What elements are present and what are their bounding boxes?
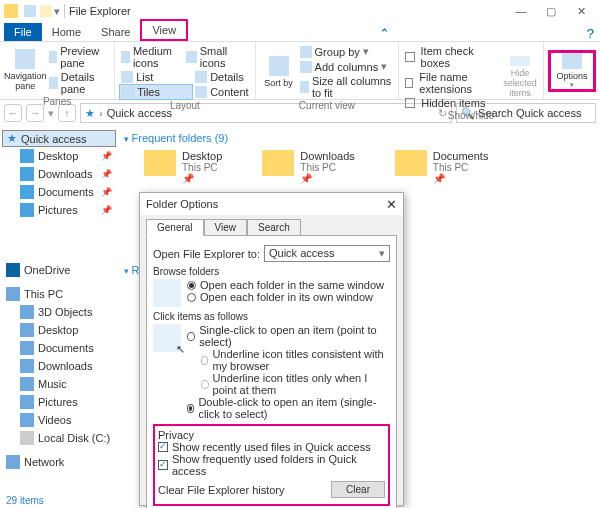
- sidebar-desktop[interactable]: Desktop📌: [2, 147, 116, 165]
- sidebar-this-pc[interactable]: This PC: [2, 285, 116, 303]
- details-pane-button[interactable]: Details pane: [47, 70, 111, 96]
- ribbon-group-options: Options▾: [544, 42, 600, 99]
- star-icon: ★: [7, 132, 17, 145]
- quick-access-icon: ★: [85, 107, 95, 120]
- ribbon-tabs: File Home Share View ⌃ ?: [0, 22, 600, 42]
- pin-icon: 📌: [101, 151, 112, 161]
- dialog-tab-view[interactable]: View: [204, 219, 248, 236]
- minimize-button[interactable]: —: [506, 5, 536, 18]
- section-frequent[interactable]: Frequent folders (9): [124, 132, 594, 144]
- sidebar-quick-access[interactable]: ★Quick access: [2, 130, 116, 147]
- sidebar-documents[interactable]: Documents📌: [2, 183, 116, 201]
- hide-selected-button[interactable]: Hide selected items: [501, 56, 539, 98]
- folder-icon: [144, 150, 176, 176]
- sidebar: ★Quick access Desktop📌 Downloads📌 Docume…: [0, 126, 118, 486]
- folder-icon: [262, 150, 294, 176]
- maximize-button[interactable]: ▢: [536, 5, 566, 18]
- radio-own-window[interactable]: Open each folder in its own window: [187, 291, 384, 303]
- radio-single-click[interactable]: Single-click to open an item (point to s…: [187, 324, 390, 348]
- qat-new-icon[interactable]: [40, 5, 52, 17]
- browse-folders-label: Browse folders: [153, 266, 390, 277]
- sidebar-onedrive[interactable]: OneDrive: [2, 261, 116, 279]
- close-button[interactable]: ✕: [566, 5, 596, 18]
- group-by-button[interactable]: Group by▾: [298, 44, 395, 59]
- privacy-group: Privacy Show recently used files in Quic…: [153, 424, 390, 506]
- breadcrumb-sep: ›: [99, 107, 103, 119]
- dialog-tab-general[interactable]: General: [146, 219, 204, 236]
- cursor-icon: ↖: [176, 343, 185, 356]
- tab-home[interactable]: Home: [42, 23, 91, 41]
- tab-share[interactable]: Share: [91, 23, 140, 41]
- folder-options-dialog: Folder Options ✕ General View Search Ope…: [139, 192, 404, 506]
- add-columns-button[interactable]: Add columns▾: [298, 59, 395, 74]
- radio-underline-browser: Underline icon titles consistent with my…: [187, 348, 390, 372]
- folder-downloads[interactable]: DownloadsThis PC📌: [262, 150, 354, 184]
- pin-icon: 📌: [182, 173, 222, 184]
- ribbon-group-panes: Navigation pane Preview pane Details pan…: [0, 42, 115, 99]
- window-title: File Explorer: [69, 5, 131, 17]
- clear-history-label: Clear File Explorer history: [158, 484, 285, 496]
- dialog-title: Folder Options: [146, 198, 218, 210]
- navigation-pane-button[interactable]: Navigation pane: [4, 49, 47, 91]
- radio-double-click[interactable]: Double-click to open an item (single-cli…: [187, 396, 390, 420]
- item-checkboxes-toggle[interactable]: Item check boxes: [403, 44, 501, 70]
- recent-locations-icon[interactable]: ▾: [48, 107, 54, 120]
- title-bar: ▾ File Explorer — ▢ ✕: [0, 0, 600, 22]
- tab-view[interactable]: View: [140, 19, 188, 41]
- open-explorer-label: Open File Explorer to:: [153, 248, 260, 260]
- radio-underline-point: Underline icon titles only when I point …: [187, 372, 390, 396]
- ribbon-group-layout: Medium iconsSmall icons ListDetails Tile…: [115, 42, 256, 99]
- folder-documents[interactable]: DocumentsThis PC📌: [395, 150, 489, 184]
- collapse-ribbon-icon[interactable]: ⌃: [379, 26, 396, 41]
- explorer-icon: [4, 4, 18, 18]
- dialog-tab-search[interactable]: Search: [247, 219, 301, 236]
- ribbon-group-currentview: Sort by Group by▾ Add columns▾ Size all …: [256, 42, 400, 99]
- size-columns-button[interactable]: Size all columns to fit: [298, 74, 395, 100]
- dialog-close-button[interactable]: ✕: [386, 197, 397, 212]
- help-icon[interactable]: ?: [587, 26, 600, 41]
- preview-pane-button[interactable]: Preview pane: [47, 44, 111, 70]
- check-recent-files[interactable]: Show recently used files in Quick access: [158, 441, 385, 453]
- clear-button[interactable]: Clear: [331, 481, 385, 498]
- browse-icon: [153, 279, 181, 307]
- sidebar-network[interactable]: Network: [2, 453, 116, 471]
- click-icon: ↖: [153, 324, 181, 352]
- folder-desktop[interactable]: DesktopThis PC📌: [144, 150, 222, 184]
- status-bar: 29 items: [6, 495, 44, 506]
- sort-by-button[interactable]: Sort by: [260, 51, 298, 93]
- dialog-title-bar: Folder Options ✕: [140, 193, 403, 215]
- tab-file[interactable]: File: [4, 23, 42, 41]
- layout-tiles[interactable]: Tiles: [119, 84, 193, 100]
- sidebar-pictures[interactable]: Pictures📌: [2, 201, 116, 219]
- qat-dropdown-icon[interactable]: ▾: [54, 5, 60, 18]
- hidden-items-toggle[interactable]: Hidden items: [403, 96, 501, 110]
- folder-icon: [395, 150, 427, 176]
- sidebar-downloads[interactable]: Downloads📌: [2, 165, 116, 183]
- ribbon-group-showhide: Item check boxes File name extensions Hi…: [399, 42, 544, 99]
- radio-same-window[interactable]: Open each folder in the same window: [187, 279, 384, 291]
- qat-props-icon[interactable]: [24, 5, 36, 17]
- open-explorer-select[interactable]: Quick access▾: [264, 245, 390, 262]
- check-frequent-folders[interactable]: Show frequently used folders in Quick ac…: [158, 453, 385, 477]
- click-items-label: Click items as follows: [153, 311, 390, 322]
- extensions-toggle[interactable]: File name extensions: [403, 70, 501, 96]
- options-button[interactable]: Options▾: [548, 50, 596, 92]
- ribbon: Navigation pane Preview pane Details pan…: [0, 42, 600, 100]
